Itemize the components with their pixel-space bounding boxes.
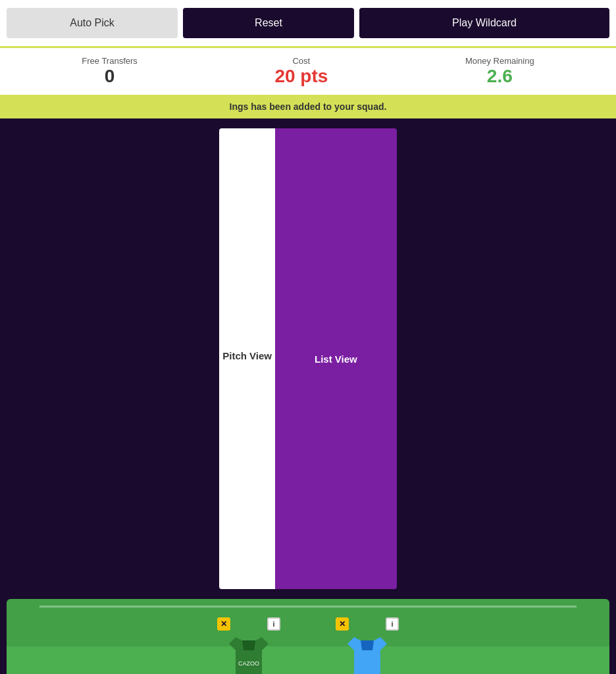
notification-player: Ings	[230, 101, 249, 112]
svg-marker-4	[361, 640, 374, 650]
free-transfers-value: 0	[82, 66, 138, 87]
cost-stat: Cost 20 pts	[274, 56, 328, 87]
reset-button[interactable]: Reset	[183, 8, 354, 38]
svg-text:CAZOO: CAZOO	[238, 660, 259, 667]
pitch-container: Pitch View List View ✕ i CAZOO Martínez	[0, 118, 616, 674]
remove-martinez-button[interactable]: ✕	[217, 617, 230, 631]
stats-row: Free Transfers 0 Cost 20 pts Money Remai…	[0, 48, 616, 95]
player-card-martinez: ✕ i CAZOO Martínez 5.0	[216, 617, 282, 674]
goalkeeper-zone: ✕ i CAZOO Martínez 5.0 ✕ i	[10, 614, 606, 674]
pitch-view-button[interactable]: Pitch View	[219, 128, 275, 589]
view-toggle: Pitch View List View	[7, 128, 609, 589]
pitch: ✕ i CAZOO Martínez 5.0 ✕ i	[7, 599, 609, 674]
money-stat: Money Remaining 2.6	[465, 56, 534, 87]
player-card-mccarthy: ✕ i McCarthy 4.5	[334, 617, 400, 674]
info-martinez-button[interactable]: i	[267, 617, 280, 631]
money-label: Money Remaining	[465, 56, 534, 66]
free-transfers-label: Free Transfers	[82, 56, 138, 66]
auto-pick-button[interactable]: Auto Pick	[7, 8, 178, 38]
cost-label: Cost	[274, 56, 328, 66]
list-view-button[interactable]: List View	[275, 128, 397, 589]
mccarthy-shirt	[346, 632, 389, 674]
info-mccarthy-button[interactable]: i	[386, 617, 399, 631]
notification-bar: Ings has been added to your squad.	[0, 95, 616, 118]
wildcard-button[interactable]: Play Wildcard	[359, 8, 609, 38]
top-bar: Auto Pick Reset Play Wildcard	[0, 0, 616, 48]
free-transfers-stat: Free Transfers 0	[82, 56, 138, 87]
remove-mccarthy-button[interactable]: ✕	[336, 617, 349, 631]
money-value: 2.6	[465, 66, 534, 87]
svg-marker-1	[242, 640, 255, 650]
cost-value: 20 pts	[274, 66, 328, 87]
notification-text: has been added to your squad.	[248, 101, 386, 112]
martinez-shirt: CAZOO	[228, 632, 270, 674]
